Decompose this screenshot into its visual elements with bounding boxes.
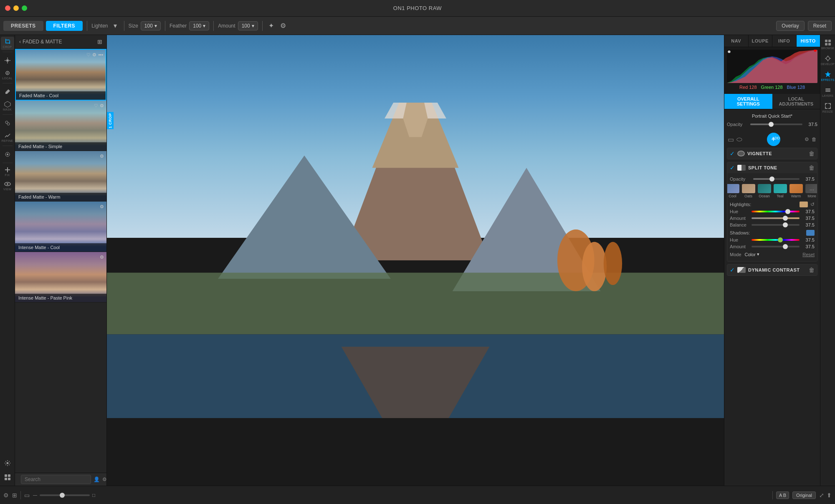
bottom-expand-icon[interactable]: ⤢ — [819, 492, 824, 499]
side-tab-effects[interactable]: EFFECTS — [821, 68, 835, 83]
tool-settings-bottom[interactable] — [1, 456, 14, 470]
tool-fix[interactable]: FIX — [1, 165, 14, 178]
ab-button[interactable]: A B — [776, 491, 789, 499]
side-tab-browse[interactable]: BROWSE — [821, 37, 835, 52]
preset-4-gear-icon[interactable]: ⚙ — [100, 204, 104, 209]
tool-crop[interactable]: CROP — [1, 37, 14, 50]
tool-mask[interactable]: MASK — [1, 99, 14, 113]
shadows-amount-slider[interactable] — [752, 246, 800, 247]
split-tone-reset[interactable]: Reset — [802, 252, 815, 257]
preset-1-gear-icon[interactable]: ⚙ — [92, 52, 96, 58]
split-tone-opacity-slider[interactable] — [753, 178, 800, 180]
preset-item-intense-matte-cool[interactable]: ⚙ Intense Matte - Cool — [15, 202, 106, 252]
vignette-check[interactable]: ✓ — [730, 150, 735, 157]
nav-tab-info[interactable]: INFO — [772, 35, 797, 47]
portrait-opacity-thumb[interactable] — [769, 122, 774, 127]
add-trash-icon[interactable]: 🗑 — [812, 136, 817, 142]
tool-local[interactable]: LOCAL — [1, 68, 14, 81]
balance-thumb[interactable] — [783, 222, 788, 227]
shadows-amount-thumb[interactable] — [783, 244, 788, 249]
side-tab-layers[interactable]: LAYERS — [821, 84, 835, 99]
nav-tab-nav[interactable]: NAV — [724, 35, 749, 47]
swatch-ocean[interactable]: Ocean — [758, 184, 771, 198]
tool-brush[interactable] — [1, 85, 14, 98]
mode-value[interactable]: Color ▾ — [745, 252, 759, 257]
photo-area[interactable]: 1 CROP — [107, 35, 724, 486]
adj-tab-local[interactable]: LOCAL ADJUSTMENTS — [772, 94, 820, 109]
side-tab-develop[interactable]: DEVELOP — [821, 53, 835, 68]
swatch-cool[interactable]: Cool — [727, 184, 739, 198]
original-button[interactable]: Original — [792, 491, 816, 499]
add-button[interactable]: + ADD — [767, 133, 780, 146]
zoom-track[interactable] — [40, 494, 90, 496]
preset-2-heart-icon[interactable]: ♡ — [94, 103, 98, 108]
shadows-hue-slider[interactable] — [752, 239, 800, 241]
shadows-hue-thumb[interactable] — [778, 237, 783, 242]
highlights-amount-thumb[interactable] — [783, 216, 788, 221]
swatch-oats[interactable]: Oats — [742, 184, 755, 198]
size-dropdown[interactable]: 100 ▾ — [141, 21, 161, 30]
close-button[interactable] — [5, 5, 10, 11]
dynamic-contrast-check[interactable]: ✓ — [730, 267, 735, 273]
eyedropper-icon[interactable]: ✦ — [267, 21, 276, 30]
reset-button[interactable]: Reset — [808, 21, 832, 31]
amount-dropdown[interactable]: 100 ▾ — [238, 21, 258, 30]
side-tab-resize[interactable]: RESIZE — [821, 100, 835, 115]
shadows-color-swatch[interactable] — [806, 230, 815, 236]
settings-icon[interactable]: ⚙ — [278, 21, 288, 30]
feather-dropdown[interactable]: 100 ▾ — [189, 21, 209, 30]
tool-blur[interactable] — [1, 148, 14, 161]
overlay-button[interactable]: Overlay — [776, 21, 804, 31]
bottom-settings-icon[interactable]: ⚙ — [3, 492, 9, 499]
preset-3-gear-icon[interactable]: ⚙ — [100, 154, 104, 159]
dynamic-contrast-delete[interactable]: 🗑 — [809, 267, 815, 273]
search-person-icon[interactable]: 👤 — [94, 476, 100, 482]
highlights-hue-thumb[interactable] — [785, 209, 790, 214]
highlights-color-swatch[interactable] — [800, 202, 808, 207]
split-tone-delete[interactable]: 🗑 — [809, 164, 815, 171]
minimize-button[interactable] — [13, 5, 19, 11]
zoom-in-icon[interactable]: □ — [92, 492, 95, 498]
tool-refine[interactable]: REFINE — [1, 131, 14, 144]
nav-tab-loupe[interactable]: LOUPE — [749, 35, 773, 47]
balance-slider[interactable] — [752, 224, 800, 226]
swatch-more[interactable]: … More — [805, 184, 818, 198]
preset-1-dot-icon[interactable]: ••• — [98, 52, 103, 58]
presets-tab[interactable]: PRESETS — [3, 21, 43, 31]
tool-adjust[interactable] — [1, 54, 14, 67]
swatch-teal[interactable]: Teal — [774, 184, 787, 198]
mask-circle-icon[interactable]: ⬭ — [736, 136, 742, 144]
add-settings-icon[interactable]: ⚙ — [805, 136, 809, 142]
zoom-out-icon[interactable]: — — [33, 493, 37, 497]
highlights-hue-slider[interactable] — [752, 211, 800, 212]
search-input[interactable] — [21, 475, 91, 484]
bottom-frame-icon[interactable]: ▭ — [24, 492, 30, 499]
tool-grid[interactable] — [1, 471, 14, 484]
tool-view[interactable]: VIEW — [1, 179, 14, 192]
tool-clone[interactable] — [1, 116, 14, 130]
split-tone-opacity-thumb[interactable] — [769, 176, 774, 181]
split-tone-check[interactable]: ✓ — [730, 164, 735, 171]
presets-back-button[interactable]: ‹ FADED & MATTE — [19, 39, 62, 45]
portrait-opacity-slider[interactable] — [750, 123, 802, 125]
vignette-delete[interactable]: 🗑 — [809, 150, 815, 157]
adj-tab-overall[interactable]: OVERALL SETTINGS — [724, 94, 772, 109]
preset-item-faded-matte-simple[interactable]: ♡ ⚙ Faded Matte - Simple — [15, 101, 106, 151]
filters-tab[interactable]: FILTERS — [46, 21, 83, 31]
preset-item-faded-matte-cool[interactable]: ♡ ⚙ ••• Faded Matte - Cool — [15, 49, 106, 101]
bottom-grid-icon[interactable]: ⊞ — [12, 492, 17, 499]
preset-5-gear-icon[interactable]: ⚙ — [100, 255, 104, 260]
bottom-share-icon[interactable]: ⬆ — [827, 492, 832, 499]
maximize-button[interactable] — [22, 5, 27, 11]
preset-item-intense-matte-paste-pink[interactable]: ⚙ Intense Matte - Paste Pink — [15, 252, 106, 302]
presets-view-toggle[interactable]: ⊞ — [97, 38, 102, 45]
highlights-amount-slider[interactable] — [752, 217, 800, 219]
lighten-dropdown-icon[interactable]: ▾ — [111, 21, 120, 30]
preset-item-faded-matte-warm[interactable]: ⚙ Faded Matte - Warm — [15, 151, 106, 202]
zoom-thumb[interactable] — [60, 493, 65, 498]
highlights-reset-icon[interactable]: ↺ — [810, 202, 815, 207]
preset-2-gear-icon[interactable]: ⚙ — [100, 103, 104, 108]
search-gear-icon[interactable]: ⚙ — [102, 476, 107, 482]
preset-1-heart-icon[interactable]: ♡ — [86, 52, 91, 58]
swatch-warm[interactable]: Warm — [789, 184, 803, 198]
